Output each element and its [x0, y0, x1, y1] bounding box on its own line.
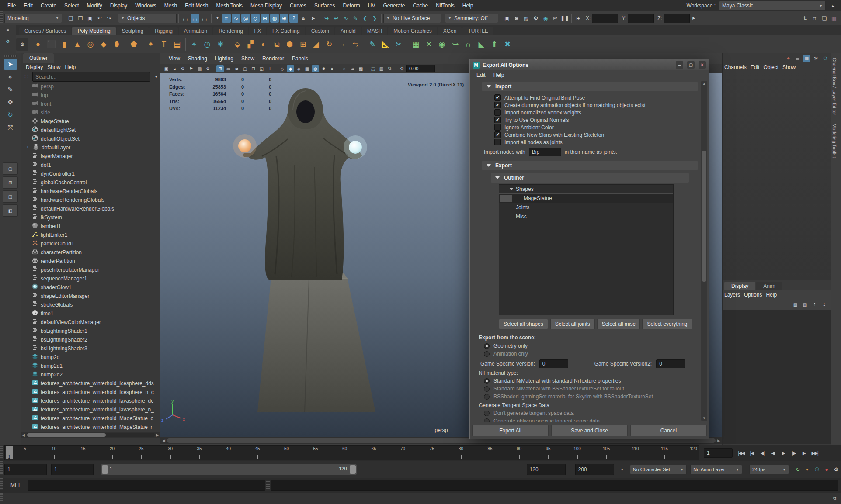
outliner-item-ikSystem[interactable]: ikSystem [21, 213, 160, 222]
symmetry-selector[interactable]: ▼Symmetry: Off [445, 14, 498, 23]
pause-viewport-icon[interactable]: ❚❚ [560, 14, 569, 23]
import-section-header[interactable]: Import [482, 82, 698, 91]
screen-divider-icon[interactable]: ▥ [830, 14, 838, 23]
camera-icon[interactable]: ▣ [163, 65, 170, 72]
current-time-field[interactable]: 1 [704, 448, 733, 458]
pencil-curve-icon[interactable]: ✎ [366, 38, 379, 51]
menu-curves[interactable]: Curves [286, 3, 310, 9]
safe-title-icon[interactable]: T [266, 65, 274, 72]
render-current-frame-icon[interactable]: ◙ [512, 14, 521, 23]
soft-select-icon[interactable]: ? [289, 14, 298, 23]
quad-draw-icon[interactable]: ▦ [410, 38, 422, 51]
lasso-tool-icon[interactable]: ⟡ [4, 71, 17, 83]
super-shape-icon[interactable]: ✦ [145, 38, 157, 51]
snap-to-projected-center-icon[interactable]: ◇ [251, 14, 260, 23]
gsv2-input[interactable]: 0 [656, 359, 685, 368]
range-options-icon[interactable]: ▼ [619, 466, 626, 473]
viewport-menu-renderer[interactable]: Renderer [258, 55, 288, 62]
step-back-key-button[interactable]: ◀| [757, 448, 768, 458]
step-back-frame-button[interactable]: |◀ [747, 448, 757, 458]
outliner-item-dof1[interactable]: dof1 [21, 161, 160, 169]
shelf-tab-fx-caching[interactable]: FX Caching [267, 27, 305, 35]
select-all-shapes-button[interactable]: Select all shapes [499, 319, 548, 329]
snap-together-icon[interactable]: ⊕ [280, 14, 288, 23]
layout-outliner-persp-button[interactable]: ◧ [3, 204, 18, 217]
outliner-item-hardwareRenderGlobals[interactable]: hardwareRenderGlobals [21, 187, 160, 196]
outliner-item-MageStatue[interactable]: MageStatue [21, 117, 160, 126]
multi-cut-icon[interactable]: ✕ [423, 38, 435, 51]
new-empty-layer-icon[interactable]: ▧ [792, 301, 799, 308]
panel-layout-icon[interactable]: ❏ [820, 14, 829, 23]
outliner-search-options-icon[interactable]: ▼ [153, 73, 160, 81]
layers-menu-layers[interactable]: Layers [724, 292, 744, 298]
auto-keyframe-icon[interactable]: ● [822, 465, 831, 474]
snap-to-grid-icon[interactable]: ⌗ [222, 14, 231, 23]
shelf-tab-curves-surfaces[interactable]: Curves / Surfaces [19, 27, 71, 35]
menu-uv[interactable]: UV [364, 3, 379, 9]
tree-item-misc[interactable]: Misc [499, 212, 673, 221]
select-object-icon[interactable]: ⬚ [191, 14, 199, 23]
playback-end-field[interactable]: 120 [527, 464, 566, 475]
save-and-close-button[interactable]: Save and Close [551, 425, 628, 436]
attribute-editor-icon[interactable]: ▤ [794, 55, 801, 62]
outliner-item-time1[interactable]: time1 [21, 309, 160, 318]
tree-item-joints[interactable]: Joints [499, 203, 673, 212]
mirror-icon[interactable]: ⧉ [271, 38, 283, 51]
poly-text-icon[interactable]: T [158, 38, 170, 51]
outliner-item-bsLightningShader2[interactable]: bsLightningShader2 [21, 335, 160, 344]
range-slider[interactable]: 1 120 [101, 464, 357, 475]
spin-edge-icon[interactable]: ↻ [323, 38, 335, 51]
delete-history-icon[interactable]: ✖ [501, 38, 514, 51]
aperture-icon[interactable]: ✣ [398, 65, 406, 72]
make-live-icon[interactable]: ◍ [270, 14, 279, 23]
select-component-icon[interactable]: ⬚ [200, 14, 209, 23]
minimize-icon[interactable]: – [676, 61, 683, 69]
film-gate-icon[interactable]: ▭ [225, 65, 232, 72]
lock-camera-icon[interactable]: 🔒︎ [171, 65, 178, 72]
shelf-tab-arnold[interactable]: Arnold [335, 27, 361, 35]
outliner-menu-display[interactable]: Display [26, 64, 47, 70]
shelf-tab-mash[interactable]: MASH [362, 27, 388, 35]
z-input[interactable] [664, 14, 690, 23]
smooth-icon[interactable]: ⬢ [284, 38, 296, 51]
menu-mesh-display[interactable]: Mesh Display [247, 3, 286, 9]
anim-layer-selector[interactable]: No Anim Layer▼ [690, 465, 742, 474]
menu-deform[interactable]: Deform [339, 3, 364, 9]
rotate-tool-icon[interactable]: ↻ [4, 109, 17, 121]
outliner-item-shaderGlow1[interactable]: shaderGlow1 [21, 283, 160, 292]
save-scene-icon[interactable]: ▣ [86, 14, 94, 23]
outliner-filter-icon[interactable]: ⛶ [23, 73, 30, 81]
playback-loop-icon[interactable]: ↻ [793, 465, 802, 474]
shelf-tab-sculpting[interactable]: Sculpting [117, 27, 149, 35]
channels-menu-edit[interactable]: Edit [751, 64, 764, 70]
snap-lock-icon[interactable]: 🔒︎ [299, 14, 308, 23]
x-input[interactable] [592, 14, 618, 23]
outliner-item-particleCloud1[interactable]: particleCloud1 [21, 239, 160, 248]
lighting-icon[interactable]: ✹ [320, 65, 327, 72]
platonic-solid-icon[interactable]: ⬟ [128, 38, 140, 51]
outliner-item-sequenceManager1[interactable]: sequenceManager1 [21, 274, 160, 283]
snap-to-curve-icon[interactable]: ∿ [232, 14, 240, 23]
layer-tab-anim[interactable]: Anim [756, 282, 782, 290]
output-connections-icon[interactable]: ↩ [332, 14, 341, 23]
outliner-item-poseInterpolatorManager[interactable]: poseInterpolatorManager [21, 266, 160, 274]
radio-generate-oblivion-specific-tangent-space-data[interactable]: Generate oblivion specific tangent space… [484, 417, 698, 422]
poly-sphere-icon[interactable]: ● [32, 38, 44, 51]
checkbox-ignore-ambient-color[interactable]: Ignore Ambient Color [494, 124, 698, 131]
close-icon[interactable]: ✕ [699, 61, 706, 69]
select-tool-icon[interactable]: ➤ [4, 59, 17, 70]
channels-menu-channels[interactable]: Channels [724, 64, 751, 70]
bookmark-icon[interactable]: ⚑ [188, 65, 195, 72]
grid-toggle-icon[interactable]: ⊞ [216, 65, 224, 72]
layers-menu-help[interactable]: Help [766, 292, 781, 298]
outliner-item-shapeEditorManager[interactable]: shapeEditorManager [21, 292, 160, 300]
subdivide-icon[interactable]: ⊞ [297, 38, 309, 51]
channel-box-empty-area[interactable] [723, 72, 831, 280]
outliner-menu-help[interactable]: Help [65, 64, 80, 70]
checkbox-create-dummy-animation-objects-if-no-matching-objects-exist[interactable]: ✔Create dummy animation objects if no ma… [494, 101, 698, 109]
menu-select[interactable]: Select [60, 3, 83, 9]
shelf-tab-fx[interactable]: FX [249, 27, 266, 35]
layer-tab-display[interactable]: Display [724, 282, 755, 290]
radio-bsshaderlightningset-material-for-skyrim-with-bsshadertextureset[interactable]: BSShaderLightningSet material for Skyrim… [484, 393, 698, 400]
outliner-item-persp[interactable]: persp [21, 82, 160, 91]
